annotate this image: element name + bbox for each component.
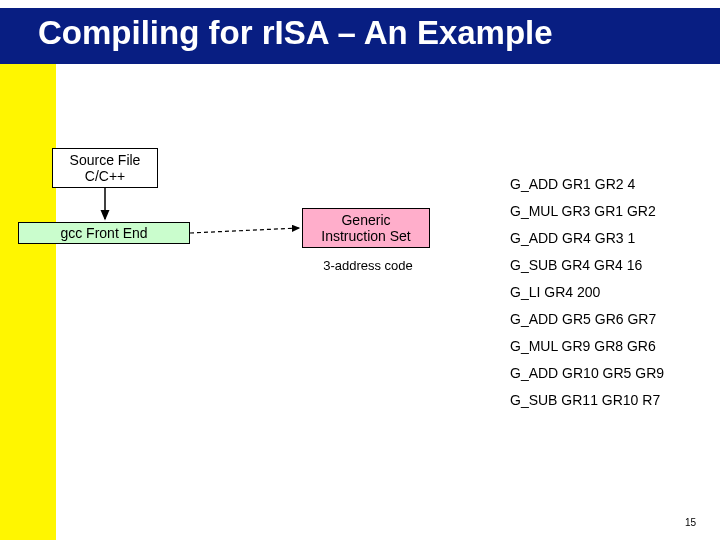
- sidebar-yellow: [0, 64, 56, 540]
- svg-line-1: [190, 228, 299, 233]
- box-generic-instruction-set: Generic Instruction Set: [302, 208, 430, 248]
- instruction-line: G_SUB GR11 GR10 R7: [510, 392, 710, 408]
- instruction-line: G_LI GR4 200: [510, 284, 710, 300]
- box-instr-line1: Generic: [341, 212, 390, 228]
- instruction-line: G_SUB GR4 GR4 16: [510, 257, 710, 273]
- box-gcc-label: gcc Front End: [60, 225, 147, 241]
- page-title: Compiling for rISA – An Example: [38, 14, 553, 52]
- instruction-line: G_ADD GR10 GR5 GR9: [510, 365, 710, 381]
- box-source-line1: Source File: [70, 152, 141, 168]
- instruction-line: G_MUL GR9 GR8 GR6: [510, 338, 710, 354]
- instruction-line: G_ADD GR5 GR6 GR7: [510, 311, 710, 327]
- instruction-line: G_MUL GR3 GR1 GR2: [510, 203, 710, 219]
- page-number: 15: [685, 517, 696, 528]
- instruction-listing: G_ADD GR1 GR2 4 G_MUL GR3 GR1 GR2 G_ADD …: [510, 176, 710, 419]
- caption-3-address-code: 3-address code: [312, 258, 424, 273]
- instruction-line: G_ADD GR1 GR2 4: [510, 176, 710, 192]
- box-source-line2: C/C++: [85, 168, 125, 184]
- slide: Compiling for rISA – An Example Source F…: [0, 0, 720, 540]
- box-instr-line2: Instruction Set: [321, 228, 411, 244]
- instruction-line: G_ADD GR4 GR3 1: [510, 230, 710, 246]
- box-gcc-front-end: gcc Front End: [18, 222, 190, 244]
- box-source-file: Source File C/C++: [52, 148, 158, 188]
